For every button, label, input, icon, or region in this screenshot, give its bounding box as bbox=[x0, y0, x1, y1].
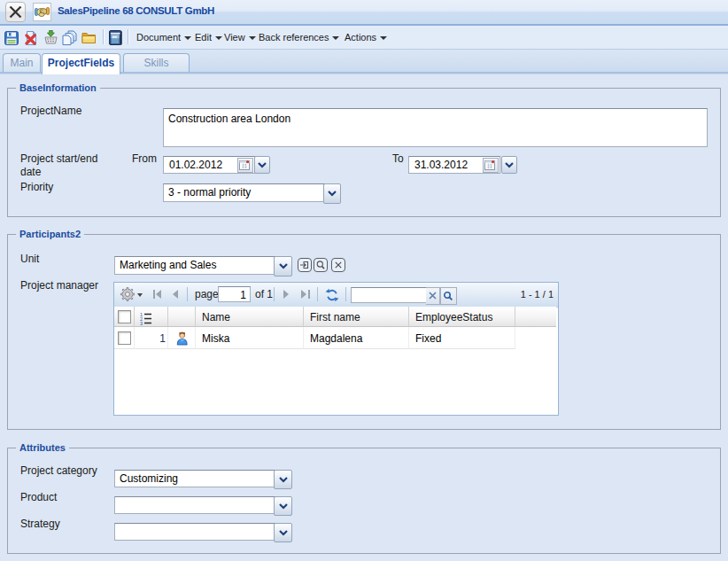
svg-text:3: 3 bbox=[140, 321, 143, 326]
